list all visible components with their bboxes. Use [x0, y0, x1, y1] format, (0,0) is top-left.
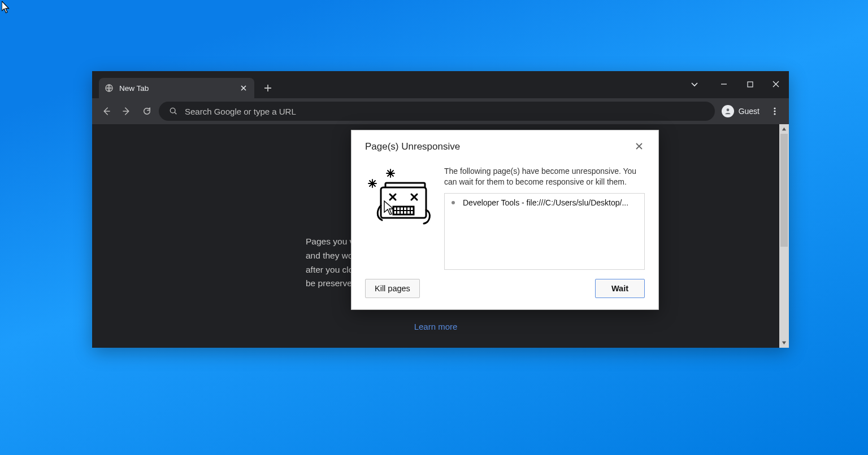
maximize-icon [747, 81, 753, 88]
frozen-folder-icon [365, 166, 433, 231]
profile-button[interactable]: Guest [718, 103, 763, 120]
back-button[interactable] [98, 103, 115, 120]
page-unresponsive-dialog: Page(s) Unresponsive [351, 130, 659, 310]
tab-close-button[interactable] [238, 83, 249, 93]
chrome-menu-button[interactable] [766, 103, 783, 120]
unresponsive-page-list: Developer Tools - file:///C:/Users/slu/D… [444, 193, 645, 270]
scroll-down-button[interactable] [779, 338, 789, 348]
svg-point-5 [774, 110, 775, 112]
scroll-up-button[interactable] [779, 124, 789, 134]
svg-point-2 [170, 108, 175, 113]
plus-icon [264, 84, 272, 92]
window-maximize-button[interactable] [737, 76, 763, 93]
tab-title: New Tab [119, 84, 233, 93]
svg-rect-1 [748, 82, 753, 87]
profile-label: Guest [739, 107, 760, 116]
mouse-cursor-icon [2, 1, 10, 14]
avatar-icon [722, 105, 734, 117]
window-controls [682, 76, 789, 93]
arrow-right-icon [121, 106, 132, 116]
close-icon [241, 85, 246, 91]
dialog-message: The following page(s) have become unresp… [444, 166, 645, 187]
bullet-icon [452, 201, 455, 204]
globe-icon [105, 84, 114, 93]
svg-point-6 [774, 113, 775, 115]
reload-button[interactable] [138, 103, 155, 120]
svg-point-4 [774, 107, 775, 109]
learn-more-link[interactable]: Learn more [414, 322, 458, 331]
window-close-button[interactable] [763, 76, 789, 93]
vertical-scrollbar[interactable] [779, 124, 789, 348]
minimize-icon [721, 81, 727, 88]
omnibox-placeholder: Search Google or type a URL [185, 107, 296, 116]
dialog-title: Page(s) Unresponsive [365, 141, 633, 152]
list-item-label: Developer Tools - file:///C:/Users/slu/D… [463, 198, 628, 207]
list-item[interactable]: Developer Tools - file:///C:/Users/slu/D… [452, 198, 637, 207]
tab-newtab[interactable]: New Tab [99, 78, 254, 98]
toolbar: Search Google or type a URL Guest [92, 98, 789, 124]
close-icon [636, 143, 643, 150]
new-tab-button[interactable] [260, 80, 276, 96]
svg-point-3 [726, 108, 729, 111]
kill-pages-button[interactable]: Kill pages [365, 279, 420, 298]
close-icon [772, 81, 779, 88]
forward-button[interactable] [118, 103, 135, 120]
triangle-down-icon [782, 340, 787, 345]
reload-icon [142, 106, 152, 116]
dialog-close-button[interactable] [633, 141, 645, 152]
window-minimize-button[interactable] [711, 76, 737, 93]
search-icon [169, 107, 178, 116]
arrow-left-icon [101, 106, 111, 116]
chevron-down-icon [691, 80, 698, 88]
kebab-icon [770, 107, 779, 116]
tab-strip: New Tab [92, 71, 789, 98]
triangle-up-icon [782, 126, 787, 132]
scroll-thumb[interactable] [780, 134, 788, 247]
wait-button[interactable]: Wait [595, 279, 645, 298]
omnibox[interactable]: Search Google or type a URL [159, 102, 715, 121]
search-tabs-button[interactable] [682, 76, 708, 93]
